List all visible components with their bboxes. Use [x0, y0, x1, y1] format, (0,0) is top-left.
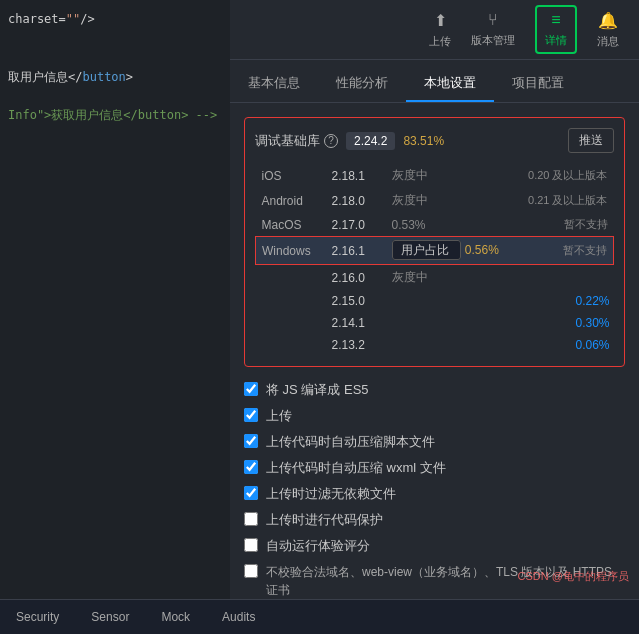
bottom-tab-security[interactable]: Security	[10, 606, 65, 628]
checkbox-section: 将 JS 编译成 ES5 上传 上传代码时自动压缩脚本文件 上传代码时自动压缩 …	[244, 381, 625, 599]
checkbox-upload1[interactable]: 上传	[244, 407, 625, 425]
platform-macos: MacOS	[256, 213, 326, 237]
checkbox-compress-js-input[interactable]	[244, 434, 258, 448]
table-row: 2.14.1 0.30%	[256, 312, 614, 334]
tab-project-config[interactable]: 项目配置	[494, 66, 582, 102]
bottom-tab-sensor[interactable]: Sensor	[85, 606, 135, 628]
checkbox-upload1-label: 上传	[266, 407, 292, 425]
toolbar: ⬆ 上传 ⑂ 版本管理 ≡ 详情 🔔 消息	[230, 0, 639, 60]
platform-windows: Windows	[256, 237, 326, 265]
windows-percent: 0.56%	[461, 243, 499, 257]
platform-table: iOS 2.18.1 灰度中 0.20 及以上版本 Android 2.18.0…	[255, 163, 614, 356]
help-icon[interactable]: ?	[324, 134, 338, 148]
user-ratio-cell: 用户占比 0.56%	[386, 237, 515, 265]
code-line: charset=""/>	[8, 10, 232, 29]
code-line	[8, 29, 232, 48]
ver-2141: 2.14.1	[326, 312, 386, 334]
checkbox-filter-input[interactable]	[244, 486, 258, 500]
debug-lib-label: 调试基础库 ?	[255, 132, 338, 150]
ver-2160-percent	[515, 265, 614, 291]
debug-lib-version: 2.24.2	[346, 132, 395, 150]
ver-2132-percent: 0.06%	[515, 334, 614, 356]
checkbox-js[interactable]: 将 JS 编译成 ES5	[244, 381, 625, 399]
ios-support: 0.20 及以上版本	[515, 163, 614, 188]
checkbox-js-label: 将 JS 编译成 ES5	[266, 381, 369, 399]
ver-2150: 2.15.0	[326, 290, 386, 312]
checkbox-compress-wxml-label: 上传代码时自动压缩 wxml 文件	[266, 459, 446, 477]
code-line: Info">获取用户信息</button> -->	[8, 106, 232, 125]
tab-bar: 基本信息 性能分析 本地设置 项目配置	[230, 60, 639, 103]
checkbox-compress-wxml-input[interactable]	[244, 460, 258, 474]
code-line: 取用户信息</button>	[8, 68, 232, 87]
table-row: iOS 2.18.1 灰度中 0.20 及以上版本	[256, 163, 614, 188]
windows-version: 2.16.1	[326, 237, 386, 265]
windows-row-highlighted: Windows 2.16.1 用户占比 0.56% 暂不支持	[256, 237, 614, 265]
tab-performance[interactable]: 性能分析	[318, 66, 406, 102]
checkbox-score-input[interactable]	[244, 538, 258, 552]
ver-2160: 2.16.0	[326, 265, 386, 291]
checkbox-compress-wxml[interactable]: 上传代码时自动压缩 wxml 文件	[244, 459, 625, 477]
code-line	[8, 48, 232, 67]
debug-lib-percent: 83.51%	[403, 134, 444, 148]
branch-icon: ⑂	[488, 11, 498, 29]
push-button[interactable]: 推送	[568, 128, 614, 153]
platform-android: Android	[256, 188, 326, 213]
checkbox-protect[interactable]: 上传时进行代码保护	[244, 511, 625, 529]
menu-icon: ≡	[551, 11, 560, 29]
table-row: 2.15.0 0.22%	[256, 290, 614, 312]
macos-version: 2.17.0	[326, 213, 386, 237]
ios-version: 2.18.1	[326, 163, 386, 188]
checkbox-upload1-input[interactable]	[244, 408, 258, 422]
checkbox-protect-label: 上传时进行代码保护	[266, 511, 383, 529]
content-area: 调试基础库 ? 2.24.2 83.51% 推送 iOS 2.18.1 灰度中 …	[230, 103, 639, 599]
debug-lib-section: 调试基础库 ? 2.24.2 83.51% 推送 iOS 2.18.1 灰度中 …	[244, 117, 625, 367]
android-status: 灰度中	[386, 188, 515, 213]
ios-status: 灰度中	[386, 163, 515, 188]
tab-local-settings[interactable]: 本地设置	[406, 66, 494, 102]
user-ratio-badge: 用户占比	[392, 240, 461, 260]
table-row: 2.16.0 灰度中	[256, 265, 614, 291]
code-editor: charset=""/> 取用户信息</button> Info">获取用户信息…	[0, 0, 240, 590]
table-row: Android 2.18.0 灰度中 0.21 及以上版本	[256, 188, 614, 213]
android-version: 2.18.0	[326, 188, 386, 213]
table-row: 2.13.2 0.06%	[256, 334, 614, 356]
platform-ios: iOS	[256, 163, 326, 188]
bottom-tab-audits[interactable]: Audits	[216, 606, 261, 628]
ver-2141-percent: 0.30%	[515, 312, 614, 334]
main-panel: 基本信息 性能分析 本地设置 项目配置 调试基础库 ? 2.24.2 83.51…	[230, 60, 639, 599]
table-row: MacOS 2.17.0 0.53% 暂不支持	[256, 213, 614, 237]
checkbox-score-label: 自动运行体验评分	[266, 537, 370, 555]
ver-2150-percent: 0.22%	[515, 290, 614, 312]
checkbox-filter-label: 上传时过滤无依赖文件	[266, 485, 396, 503]
toolbar-detail[interactable]: ≡ 详情	[535, 5, 577, 54]
ver-2132: 2.13.2	[326, 334, 386, 356]
ver-2160-status: 灰度中	[386, 265, 515, 291]
bottom-tab-bar: Security Sensor Mock Audits	[0, 599, 639, 634]
macos-support: 暂不支持	[515, 213, 614, 237]
upload-icon: ⬆	[434, 11, 447, 30]
toolbar-upload[interactable]: ⬆ 上传	[429, 11, 451, 49]
checkbox-filter[interactable]: 上传时过滤无依赖文件	[244, 485, 625, 503]
windows-support: 暂不支持	[515, 237, 614, 265]
android-support: 0.21 及以上版本	[515, 188, 614, 213]
checkbox-js-input[interactable]	[244, 382, 258, 396]
checkbox-protect-input[interactable]	[244, 512, 258, 526]
toolbar-version-label: 版本管理	[471, 33, 515, 48]
bell-icon: 🔔	[598, 11, 618, 30]
debug-lib-header: 调试基础库 ? 2.24.2 83.51% 推送	[255, 128, 614, 153]
toolbar-detail-label: 详情	[545, 33, 567, 48]
watermark: CSDN @龟中的程序员	[518, 569, 629, 584]
code-line	[8, 87, 232, 106]
checkbox-compress-js-label: 上传代码时自动压缩脚本文件	[266, 433, 435, 451]
checkbox-skip-ssl-input[interactable]	[244, 564, 258, 578]
bottom-tab-mock[interactable]: Mock	[155, 606, 196, 628]
macos-status: 0.53%	[386, 213, 515, 237]
toolbar-notification[interactable]: 🔔 消息	[597, 11, 619, 49]
checkbox-score[interactable]: 自动运行体验评分	[244, 537, 625, 555]
toolbar-upload-label: 上传	[429, 34, 451, 49]
tab-basic-info[interactable]: 基本信息	[230, 66, 318, 102]
checkbox-compress-js[interactable]: 上传代码时自动压缩脚本文件	[244, 433, 625, 451]
toolbar-notification-label: 消息	[597, 34, 619, 49]
toolbar-version-manage[interactable]: ⑂ 版本管理	[471, 11, 515, 48]
